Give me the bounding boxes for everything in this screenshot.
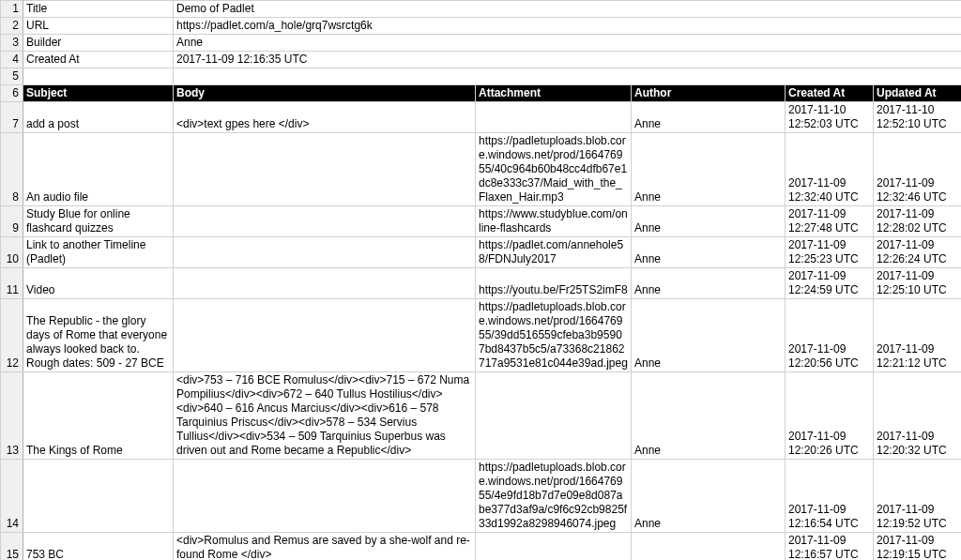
meta-label-cell[interactable] bbox=[23, 68, 174, 85]
cell-author[interactable]: Anne bbox=[632, 460, 786, 533]
cell-author[interactable] bbox=[632, 533, 786, 561]
cell-updated[interactable]: 2017-11-09 12:26:24 UTC bbox=[874, 237, 962, 268]
cell-body[interactable] bbox=[174, 206, 476, 237]
cell-body[interactable] bbox=[174, 299, 476, 372]
cell-body[interactable]: <div>text gpes here </div> bbox=[174, 102, 476, 133]
cell-body[interactable]: <div>Romulus and Remus are saved by a sh… bbox=[174, 533, 476, 561]
cell-created[interactable]: 2017-11-09 12:32:40 UTC bbox=[786, 133, 874, 206]
meta-value-cell[interactable]: Anne bbox=[174, 35, 962, 52]
cell-updated[interactable]: 2017-11-09 12:25:10 UTC bbox=[874, 268, 962, 299]
cell-author[interactable]: Anne bbox=[632, 206, 786, 237]
cell-subject[interactable]: Study Blue for online flashcard quizzes bbox=[23, 206, 174, 237]
table-row: 14https://padletuploads.blob.core.window… bbox=[1, 460, 962, 533]
cell-created[interactable]: 2017-11-09 12:20:56 UTC bbox=[786, 299, 874, 372]
cell-attachment[interactable]: https://padletuploads.blob.core.windows.… bbox=[476, 133, 632, 206]
cell-attachment[interactable] bbox=[476, 372, 632, 460]
cell-attachment[interactable]: https://youtu.be/Fr25TS2imF8 bbox=[476, 268, 632, 299]
meta-label-cell[interactable]: Builder bbox=[23, 35, 174, 52]
row-number[interactable]: 14 bbox=[1, 460, 23, 533]
cell-author[interactable]: Anne bbox=[632, 237, 786, 268]
cell-updated[interactable]: 2017-11-09 12:21:12 UTC bbox=[874, 299, 962, 372]
cell-updated[interactable]: 2017-11-09 12:19:15 UTC bbox=[874, 533, 962, 561]
meta-value-cell[interactable]: 2017-11-09 12:16:35 UTC bbox=[174, 52, 962, 68]
cell-attachment[interactable]: https://padletuploads.blob.core.windows.… bbox=[476, 299, 632, 372]
table-row: 13The Kings of Rome<div>753 – 716 BCE Ro… bbox=[1, 372, 962, 460]
cell-author[interactable]: Anne bbox=[632, 133, 786, 206]
cell-subject[interactable]: The Kings of Rome bbox=[23, 372, 174, 460]
cell-attachment[interactable]: https://padletuploads.blob.core.windows.… bbox=[476, 460, 632, 533]
row-number[interactable]: 5 bbox=[1, 68, 23, 85]
cell-attachment[interactable]: https://www.studyblue.com/online-flashca… bbox=[476, 206, 632, 237]
meta-value-cell[interactable] bbox=[174, 68, 962, 85]
cell-body[interactable] bbox=[174, 460, 476, 533]
row-number[interactable]: 3 bbox=[1, 35, 23, 52]
table-row: 8An audio filehttps://padletuploads.blob… bbox=[1, 133, 962, 206]
row-number[interactable]: 12 bbox=[1, 299, 23, 372]
cell-author[interactable]: Anne bbox=[632, 102, 786, 133]
meta-label-cell[interactable]: Created At bbox=[23, 52, 174, 68]
table-row: 7add a post<div>text gpes here </div>Ann… bbox=[1, 102, 962, 133]
cell-author[interactable]: Anne bbox=[632, 299, 786, 372]
col-subject-header[interactable]: Subject bbox=[23, 85, 174, 102]
cell-created[interactable]: 2017-11-09 12:27:48 UTC bbox=[786, 206, 874, 237]
spreadsheet-table[interactable]: 1TitleDemo of Padlet2URLhttps://padlet.c… bbox=[0, 0, 961, 560]
cell-created[interactable]: 2017-11-10 12:52:03 UTC bbox=[786, 102, 874, 133]
col-updated-header[interactable]: Updated At bbox=[874, 85, 962, 102]
cell-updated[interactable]: 2017-11-09 12:20:32 UTC bbox=[874, 372, 962, 460]
cell-created[interactable]: 2017-11-09 12:24:59 UTC bbox=[786, 268, 874, 299]
meta-value-cell[interactable]: https://padlet.com/a_hole/grq7wsrctg6k bbox=[174, 18, 962, 35]
cell-updated[interactable]: 2017-11-09 12:32:46 UTC bbox=[874, 133, 962, 206]
cell-created[interactable]: 2017-11-09 12:16:54 UTC bbox=[786, 460, 874, 533]
meta-label-cell[interactable]: Title bbox=[23, 1, 174, 18]
cell-created[interactable]: 2017-11-09 12:25:23 UTC bbox=[786, 237, 874, 268]
meta-row: 1TitleDemo of Padlet bbox=[1, 1, 962, 18]
row-number[interactable]: 4 bbox=[1, 52, 23, 68]
cell-author[interactable]: Anne bbox=[632, 372, 786, 460]
col-attachment-header[interactable]: Attachment bbox=[476, 85, 632, 102]
cell-attachment[interactable] bbox=[476, 102, 632, 133]
cell-body[interactable] bbox=[174, 268, 476, 299]
row-number[interactable]: 8 bbox=[1, 133, 23, 206]
cell-subject[interactable]: 753 BC bbox=[23, 533, 174, 561]
row-number[interactable]: 2 bbox=[1, 18, 23, 35]
row-number[interactable]: 11 bbox=[1, 268, 23, 299]
row-number[interactable]: 9 bbox=[1, 206, 23, 237]
row-number[interactable]: 6 bbox=[1, 85, 23, 102]
cell-updated[interactable]: 2017-11-10 12:52:10 UTC bbox=[874, 102, 962, 133]
cell-updated[interactable]: 2017-11-09 12:28:02 UTC bbox=[874, 206, 962, 237]
row-number[interactable]: 15 bbox=[1, 533, 23, 561]
table-row: 12The Republic - the glory days of Rome … bbox=[1, 299, 962, 372]
cell-subject[interactable]: An audio file bbox=[23, 133, 174, 206]
cell-body[interactable] bbox=[174, 133, 476, 206]
col-author-header[interactable]: Author bbox=[632, 85, 786, 102]
meta-value-cell[interactable]: Demo of Padlet bbox=[174, 1, 962, 18]
cell-body[interactable]: <div>753 – 716 BCE Romulus</div><div>715… bbox=[174, 372, 476, 460]
cell-created[interactable]: 2017-11-09 12:16:57 UTC bbox=[786, 533, 874, 561]
col-created-header[interactable]: Created At bbox=[786, 85, 874, 102]
meta-row: 5 bbox=[1, 68, 962, 85]
cell-attachment[interactable] bbox=[476, 533, 632, 561]
meta-label-cell[interactable]: URL bbox=[23, 18, 174, 35]
cell-subject[interactable]: Link to another Timeline (Padlet) bbox=[23, 237, 174, 268]
column-header-row: 6SubjectBodyAttachmentAuthorCreated AtUp… bbox=[1, 85, 962, 102]
cell-subject[interactable]: The Republic - the glory days of Rome th… bbox=[23, 299, 174, 372]
cell-attachment[interactable]: https://padlet.com/annehole58/FDNJuly201… bbox=[476, 237, 632, 268]
cell-subject[interactable] bbox=[23, 460, 174, 533]
table-row: 15753 BC<div>Romulus and Remus are saved… bbox=[1, 533, 962, 561]
row-number[interactable]: 13 bbox=[1, 372, 23, 460]
cell-author[interactable]: Anne bbox=[632, 268, 786, 299]
table-row: 11Videohttps://youtu.be/Fr25TS2imF8Anne2… bbox=[1, 268, 962, 299]
cell-body[interactable] bbox=[174, 237, 476, 268]
col-body-header[interactable]: Body bbox=[174, 85, 476, 102]
cell-updated[interactable]: 2017-11-09 12:19:52 UTC bbox=[874, 460, 962, 533]
meta-row: 3BuilderAnne bbox=[1, 35, 962, 52]
cell-subject[interactable]: add a post bbox=[23, 102, 174, 133]
cell-subject[interactable]: Video bbox=[23, 268, 174, 299]
table-row: 10Link to another Timeline (Padlet)https… bbox=[1, 237, 962, 268]
meta-row: 4Created At2017-11-09 12:16:35 UTC bbox=[1, 52, 962, 68]
cell-created[interactable]: 2017-11-09 12:20:26 UTC bbox=[786, 372, 874, 460]
row-number[interactable]: 7 bbox=[1, 102, 23, 133]
meta-row: 2URLhttps://padlet.com/a_hole/grq7wsrctg… bbox=[1, 18, 962, 35]
row-number[interactable]: 10 bbox=[1, 237, 23, 268]
row-number[interactable]: 1 bbox=[1, 1, 23, 18]
